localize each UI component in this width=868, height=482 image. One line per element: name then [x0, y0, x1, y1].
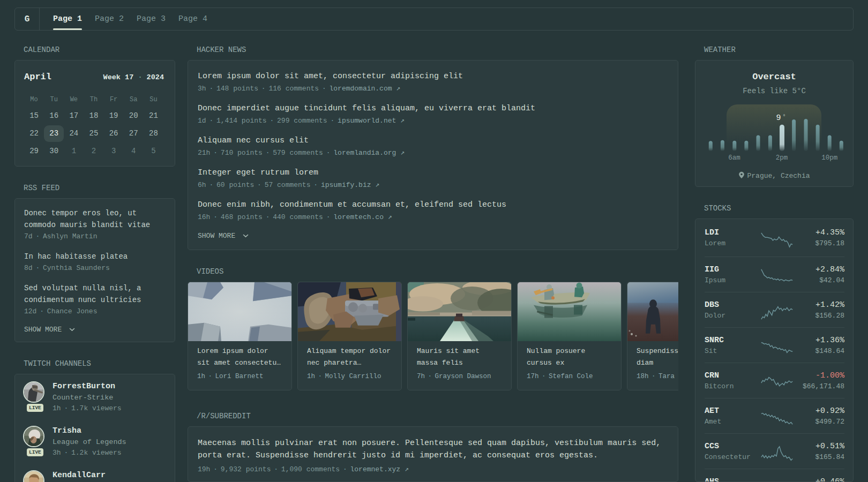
svg-text:10pm: 10pm	[821, 154, 837, 162]
svg-text:°: °	[782, 114, 785, 120]
svg-text:9: 9	[776, 114, 781, 123]
svg-text:6am: 6am	[728, 154, 740, 162]
svg-text:2pm: 2pm	[776, 154, 788, 162]
